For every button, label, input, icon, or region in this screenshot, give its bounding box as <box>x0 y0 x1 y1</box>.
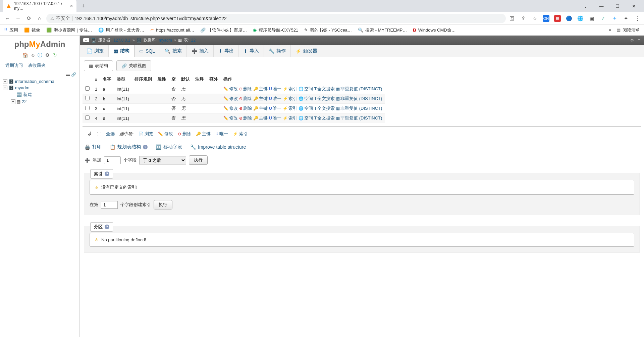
tree-node-new[interactable]: 🆕 新建 <box>11 91 77 98</box>
action-spatial[interactable]: 🌐空间 <box>299 96 313 102</box>
reload-nav-icon[interactable]: ↻ <box>53 52 57 58</box>
key-icon[interactable]: ⚿ <box>508 15 515 22</box>
check-all-checkbox[interactable] <box>97 132 101 136</box>
info-icon[interactable]: ? <box>105 225 109 229</box>
create-index-button[interactable]: 执行 <box>154 200 172 209</box>
add-execute-button[interactable]: 执行 <box>189 155 208 165</box>
tab-import[interactable]: ⬆导入 <box>239 45 264 57</box>
logout-icon[interactable]: ⎋ <box>32 52 34 58</box>
action-unique[interactable]: U唯一 <box>269 96 281 102</box>
action-index[interactable]: ⚡索引 <box>283 96 297 102</box>
ext-translate-icon[interactable]: ON <box>543 15 549 22</box>
action-change[interactable]: ✏️修改 <box>223 86 238 92</box>
action-change[interactable]: ✏️修改 <box>223 96 238 102</box>
action-change[interactable]: ✏️修改 <box>223 115 238 121</box>
tab-insert[interactable]: ➕插入 <box>187 45 214 57</box>
subtab-relation-view[interactable]: 🔗关联视图 <box>116 60 151 71</box>
bookmark-item[interactable]: 🌐用户登录 - 北大青… <box>98 27 145 33</box>
home-button[interactable]: ⌂ <box>36 14 44 22</box>
chevron-down-icon[interactable]: ⌄ <box>580 4 590 9</box>
breadcrumb-db[interactable]: myadm <box>159 38 172 43</box>
action-distinct[interactable]: ▦非重复值 (DISTINCT) <box>336 115 382 121</box>
bulk-change[interactable]: ✏️ 修改 <box>158 131 173 137</box>
reload-button[interactable]: ⟳ <box>25 14 33 22</box>
bookmark-overflow[interactable]: » <box>609 27 611 33</box>
share-icon[interactable]: ⇪ <box>520 15 527 22</box>
action-drop[interactable]: ⊖删除 <box>239 115 252 121</box>
action-distinct[interactable]: ▦非重复值 (DISTINCT) <box>336 86 382 92</box>
link-icon[interactable]: 🔗 <box>71 72 76 77</box>
tree-node-myadm[interactable]: − 🗄️ myadm <box>3 85 77 91</box>
ext-globe-icon[interactable]: 🌐 <box>577 15 584 22</box>
action-spatial[interactable]: 🌐空间 <box>299 105 313 111</box>
bulk-unique[interactable]: U 唯一 <box>215 131 228 137</box>
tab-sql[interactable]: ▭SQL <box>135 45 160 57</box>
check-all-link[interactable]: 全选 <box>106 131 115 137</box>
action-index[interactable]: ⚡索引 <box>283 105 297 111</box>
ext-bird-icon[interactable]: ✦ <box>611 15 618 22</box>
bulk-drop[interactable]: ⊖ 删除 <box>178 131 191 137</box>
action-primary[interactable]: 🔑主键 <box>253 115 268 121</box>
subtab-table-structure[interactable]: ▦表结构 <box>84 60 113 71</box>
bookmark-item[interactable]: 🟩鹏少资源网 | 专注… <box>46 27 92 33</box>
action-drop[interactable]: ⊖删除 <box>239 105 252 111</box>
action-spatial[interactable]: 🌐空间 <box>299 115 313 121</box>
propose-button[interactable]: 📋规划表结构 ? <box>110 144 148 150</box>
action-change[interactable]: ✏️修改 <box>223 105 238 111</box>
forward-button[interactable]: → <box>14 14 22 22</box>
maximize-button[interactable]: ☐ <box>612 4 623 9</box>
action-fulltext[interactable]: T全文搜索 <box>314 105 335 111</box>
row-checkbox[interactable] <box>85 96 90 100</box>
address-bar[interactable]: ⚠ 不安全 | 192.168.1.100/myadm/db_structure… <box>46 14 506 23</box>
menu-icon[interactable]: ⋮ <box>634 15 641 22</box>
add-position-select[interactable]: 于 d 之后 <box>139 156 186 164</box>
bulk-index[interactable]: ⚡ 索引 <box>233 131 248 137</box>
action-primary[interactable]: 🔑主键 <box>253 105 268 111</box>
tab-structure[interactable]: ▦结构 <box>109 45 135 57</box>
new-tab-button[interactable]: + <box>78 1 88 11</box>
tab-triggers[interactable]: ⚡触发器 <box>291 45 322 57</box>
browser-tab[interactable]: 192.168.1.100 / 127.0.0.1 / my… ✕ <box>3 0 76 13</box>
tab-browse[interactable]: 📄浏览 <box>82 45 109 57</box>
minimize-button[interactable]: — <box>596 4 606 9</box>
close-window-button[interactable]: ✕ <box>629 4 639 9</box>
action-drop[interactable]: ⊖删除 <box>239 96 252 102</box>
action-distinct[interactable]: ▦非重复值 (DISTINCT) <box>336 96 382 102</box>
action-drop[interactable]: ⊖删除 <box>239 86 252 92</box>
tab-operations[interactable]: 🔧操作 <box>264 45 291 57</box>
tab-export[interactable]: ⬇导出 <box>214 45 239 57</box>
info-icon[interactable]: ? <box>143 145 148 149</box>
print-button[interactable]: 🖨️打印 <box>85 144 102 150</box>
ext-red-icon[interactable]: ▦ <box>554 15 561 22</box>
favorites-tab[interactable]: 表收藏夹 <box>25 61 48 70</box>
breadcrumb-table[interactable]: 22 <box>191 38 196 43</box>
action-spatial[interactable]: 🌐空间 <box>299 86 313 92</box>
bulk-primary[interactable]: 🔑 主键 <box>196 131 211 137</box>
bulk-browse[interactable]: 📄 浏览 <box>139 131 154 137</box>
action-unique[interactable]: U唯一 <box>269 115 281 121</box>
action-primary[interactable]: 🔑主键 <box>253 96 268 102</box>
settings-icon[interactable]: ⚙ <box>45 52 50 58</box>
star-icon[interactable]: ☆ <box>531 15 538 22</box>
improve-structure-button[interactable]: 🔧Improve table structure <box>190 144 246 150</box>
nav-toggle-icon[interactable]: ← <box>83 38 89 42</box>
tab-search[interactable]: 🔍搜索 <box>160 45 187 57</box>
apps-button[interactable]: ⠿应用 <box>4 27 18 33</box>
extensions-icon[interactable]: ✦ <box>623 15 629 22</box>
bookmark-item[interactable]: ⊂https://account.ali… <box>150 28 194 33</box>
index-columns-input[interactable] <box>101 201 118 209</box>
bookmark-item[interactable]: ◉程序员导航-CXY521 <box>253 27 298 33</box>
action-distinct[interactable]: ▦非重复值 (DISTINCT) <box>336 105 382 111</box>
action-index[interactable]: ⚡索引 <box>283 86 297 92</box>
breadcrumb-server[interactable]: 127.0.0.1 <box>113 38 130 43</box>
collapse-icon[interactable]: ▬ <box>66 72 70 77</box>
action-unique[interactable]: U唯一 <box>269 105 281 111</box>
add-count-input[interactable] <box>104 156 121 164</box>
bookmark-item[interactable]: 🔗【软件小妹】百度… <box>200 27 247 33</box>
row-checkbox[interactable] <box>85 115 90 120</box>
home-icon[interactable]: 🏠 <box>22 52 28 58</box>
ext-check-icon[interactable]: ✓ <box>600 15 606 22</box>
bookmark-item[interactable]: BWindows CMD命… <box>413 27 455 33</box>
action-fulltext[interactable]: T全文搜索 <box>314 96 335 102</box>
info-icon[interactable]: ? <box>105 172 109 176</box>
